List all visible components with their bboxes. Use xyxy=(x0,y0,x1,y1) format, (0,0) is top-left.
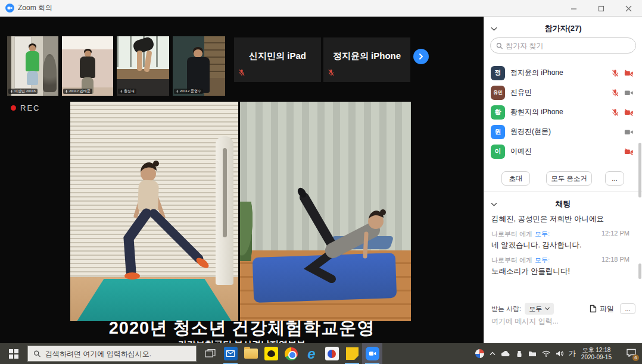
maximize-button[interactable] xyxy=(587,0,615,17)
taskbar-app-mail[interactable] xyxy=(220,343,241,364)
chat-sender: 나로부터 에게 xyxy=(491,256,532,265)
mic-muted-icon xyxy=(611,69,619,77)
record-dot-icon xyxy=(11,105,16,111)
chat-timestamp: 12:12 PM xyxy=(602,230,629,239)
thumbnail-video-frame xyxy=(62,36,113,96)
taskbar-app-internet-explorer[interactable]: e xyxy=(301,343,322,364)
clock-time: 오후 12:18 xyxy=(581,347,612,354)
close-button[interactable] xyxy=(615,0,642,17)
start-button[interactable] xyxy=(0,343,27,364)
taskbar-app-chrome[interactable] xyxy=(281,343,301,364)
chat-recipient: 모두: xyxy=(535,256,550,265)
video-thumbnail[interactable]: 20112 문영수 xyxy=(173,36,225,96)
taskbar-app-media[interactable] xyxy=(322,343,342,364)
video-thumbnail[interactable]: 20117 김태준 xyxy=(62,36,113,96)
minimize-button[interactable] xyxy=(560,0,587,17)
titlebar: Zoom 회의 xyxy=(0,0,642,17)
usb-device-icon[interactable] xyxy=(516,350,523,357)
taskbar-app-zoom[interactable] xyxy=(362,343,382,364)
camera-off-icon xyxy=(624,148,634,156)
chat-title: 채팅 xyxy=(556,199,571,208)
participant-tile-iphone[interactable]: 정지윤의 iPhone xyxy=(323,37,410,82)
chat-timestamp: 12:18 PM xyxy=(602,256,629,265)
zoom-logo-icon xyxy=(5,4,14,12)
video-thumbnail[interactable]: 이상민 20116 xyxy=(7,36,58,96)
caption-title: 2020년 청소년 건강체험학교운영 xyxy=(0,318,484,338)
thumbnail-nameplate: 20117 김태준 xyxy=(63,89,92,94)
taskbar-app-kakaotalk[interactable] xyxy=(261,343,281,364)
taskbar-app-file-explorer[interactable] xyxy=(241,343,261,364)
wifi-icon[interactable] xyxy=(542,350,550,357)
mic-muted-icon xyxy=(611,89,619,97)
participant-row[interactable]: 원 원경진(현몬) xyxy=(484,122,642,142)
chat-sender: 나로부터 에게 xyxy=(491,230,532,239)
windows-logo-icon xyxy=(9,349,18,359)
tray-folder-icon[interactable] xyxy=(528,350,537,357)
participant-name: 이예진 xyxy=(510,146,624,156)
chat-message: 김혜진, 공성민은 저희반 아니에요 xyxy=(491,214,629,224)
taskbar-clock[interactable]: 오후 12:18 2020-09-15 xyxy=(581,347,612,361)
participant-search[interactable] xyxy=(490,37,636,54)
thumbnail-video-frame xyxy=(117,36,169,96)
participant-name: 원경진(현몬) xyxy=(510,127,624,137)
taskbar-search-input[interactable] xyxy=(45,350,191,358)
camera-on-icon xyxy=(624,89,634,97)
collapse-chevron-icon[interactable] xyxy=(491,200,497,209)
onedrive-cloud-icon[interactable] xyxy=(501,350,510,357)
recipient-label: 받는 사람: xyxy=(491,305,521,313)
file-button[interactable]: 파일 xyxy=(590,304,614,314)
participant-row[interactable]: 유민 진유민 xyxy=(484,83,642,102)
chat-scrollbar[interactable] xyxy=(638,263,641,279)
search-icon xyxy=(496,42,503,49)
chat-message-meta: 나로부터 에게 모두: 12:12 PM xyxy=(491,230,629,239)
chat-more-button[interactable]: ... xyxy=(620,303,635,314)
participant-tile-ipad[interactable]: 신지민의 iPad xyxy=(234,37,321,82)
main-video-right[interactable] xyxy=(240,102,411,321)
recipient-dropdown[interactable]: 모두 xyxy=(525,303,554,315)
thumbnail-nameplate: 20112 문영수 xyxy=(174,89,203,94)
participant-list: 정 정지윤의 iPhone 유민 진유민 황 황현지의 iPhone xyxy=(484,63,642,161)
action-center-button[interactable]: 6 xyxy=(627,349,636,359)
participant-tile-name: 신지민의 iPad xyxy=(234,51,321,62)
chat-message-list[interactable]: 김혜진, 공성민은 저희반 아니에요 나로부터 에게 모두: 12:12 PM … xyxy=(491,214,629,280)
mic-icon xyxy=(65,90,68,93)
mic-icon xyxy=(10,90,13,93)
avatar: 정 xyxy=(491,66,505,80)
avatar: 유민 xyxy=(491,86,505,100)
camera-off-icon xyxy=(624,108,634,117)
thumbnail-nameplate: 이상민 20116 xyxy=(8,89,38,94)
volume-icon[interactable] xyxy=(556,350,563,357)
participant-search-input[interactable] xyxy=(506,42,630,50)
participant-row[interactable]: 황 황현지의 iPhone xyxy=(484,102,642,122)
search-icon xyxy=(33,350,40,357)
participant-name: 진유민 xyxy=(510,87,611,98)
participant-row[interactable]: 이 이예진 xyxy=(484,142,642,161)
panel-divider xyxy=(484,192,642,192)
taskbar-app-sticky-notes[interactable] xyxy=(342,343,362,364)
tray-app-icon[interactable] xyxy=(475,349,484,358)
main-video-left[interactable] xyxy=(70,102,238,321)
mute-all-button[interactable]: 모두 음소거 xyxy=(546,171,592,186)
participant-row[interactable]: 정 정지윤의 iPhone xyxy=(484,63,642,83)
taskbar-search[interactable] xyxy=(27,346,197,362)
ime-indicator[interactable]: 가 xyxy=(569,349,576,359)
filmstrip-next-page-button[interactable] xyxy=(413,49,429,64)
chevron-right-icon xyxy=(417,53,425,60)
participant-tile-name: 정지윤의 iPhone xyxy=(323,51,410,62)
collapse-chevron-icon[interactable] xyxy=(491,24,497,33)
notification-badge: 6 xyxy=(632,354,639,361)
chat-recipient: 모두: xyxy=(535,230,550,239)
video-thumbnail[interactable]: 황성재 xyxy=(117,36,169,96)
mic-muted-icon xyxy=(238,68,245,79)
chat-message-meta: 나로부터 에게 모두: 12:18 PM xyxy=(491,256,629,265)
invite-button[interactable]: 초대 xyxy=(501,171,530,186)
avatar: 황 xyxy=(491,105,505,120)
participants-more-button[interactable]: ... xyxy=(605,171,624,186)
participants-scrollbar[interactable] xyxy=(638,143,641,197)
avatar: 이 xyxy=(491,145,505,159)
task-view-button[interactable] xyxy=(200,343,220,364)
chat-message: 네 알겠습니다. 감사합니다. xyxy=(491,240,629,250)
tray-chevron-up-icon[interactable] xyxy=(490,352,495,356)
chat-message-input[interactable] xyxy=(491,317,634,325)
zoom-camera-icon xyxy=(366,347,379,360)
